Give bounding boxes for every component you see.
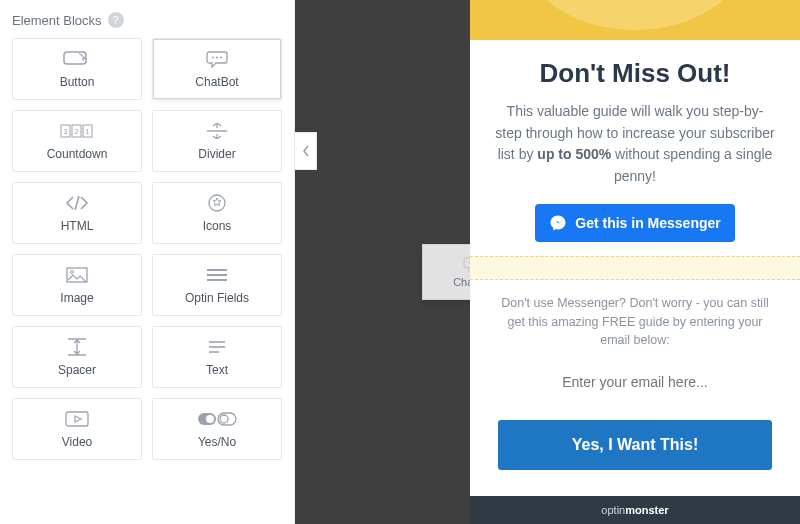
svg-point-13 — [71, 271, 74, 274]
block-label: Text — [206, 363, 228, 377]
svg-rect-22 — [66, 412, 88, 426]
block-html[interactable]: HTML — [12, 182, 142, 244]
svg-point-24 — [206, 415, 214, 423]
block-label: Icons — [203, 219, 232, 233]
email-input[interactable] — [498, 368, 772, 396]
block-divider[interactable]: Divider — [152, 110, 282, 172]
drop-zone-indicator[interactable] — [470, 256, 800, 280]
messenger-button[interactable]: Get this in Messenger — [535, 204, 734, 242]
brand-pre: optin — [601, 504, 625, 516]
spacer-icon — [67, 337, 87, 357]
sidebar-collapse-toggle[interactable] — [295, 132, 317, 170]
svg-text:2: 2 — [75, 128, 79, 135]
popup-desc-bold: up to 500% — [537, 146, 611, 162]
block-label: Image — [60, 291, 93, 305]
brand-bold: monster — [625, 504, 668, 516]
block-image[interactable]: Image — [12, 254, 142, 316]
button-icon — [63, 49, 91, 69]
submit-button[interactable]: Yes, I Want This! — [498, 420, 772, 470]
block-label: Video — [62, 435, 92, 449]
sidebar: Element Blocks ? Button ChatBot 321 Coun… — [0, 0, 295, 524]
video-icon — [65, 409, 89, 429]
popup-preview: Don't Miss Out! This valuable guide will… — [470, 0, 800, 524]
svg-point-3 — [220, 57, 222, 59]
divider-icon — [205, 121, 229, 141]
block-yes-no[interactable]: Yes/No — [152, 398, 282, 460]
popup-desc-post: without spending a single penny! — [611, 146, 772, 184]
block-label: Optin Fields — [185, 291, 249, 305]
star-icon — [208, 193, 226, 213]
popup-footer: optinmonster — [470, 496, 800, 524]
messenger-icon — [549, 214, 567, 232]
popup-subtext[interactable]: Don't use Messenger? Don't worry - you c… — [498, 294, 772, 350]
help-icon[interactable]: ? — [108, 12, 124, 28]
block-label: Button — [60, 75, 95, 89]
block-label: Spacer — [58, 363, 96, 377]
popup-optin-section: Don't use Messenger? Don't worry - you c… — [470, 280, 800, 470]
svg-point-1 — [212, 57, 214, 59]
code-icon — [64, 193, 90, 213]
block-chatbot[interactable]: ChatBot — [152, 38, 282, 100]
text-icon — [207, 337, 227, 357]
popup-body: Don't Miss Out! This valuable guide will… — [470, 40, 800, 242]
block-optin-fields[interactable]: Optin Fields — [152, 254, 282, 316]
popup-title[interactable]: Don't Miss Out! — [494, 58, 776, 89]
popup-description[interactable]: This valuable guide will walk you step-b… — [494, 101, 776, 188]
sidebar-header: Element Blocks ? — [12, 12, 282, 28]
block-countdown[interactable]: 321 Countdown — [12, 110, 142, 172]
block-spacer[interactable]: Spacer — [12, 326, 142, 388]
element-blocks-grid: Button ChatBot 321 Countdown Divider — [12, 38, 282, 460]
block-label: ChatBot — [195, 75, 238, 89]
svg-point-2 — [216, 57, 218, 59]
chevron-left-icon — [302, 145, 310, 157]
svg-text:1: 1 — [86, 128, 90, 135]
block-button[interactable]: Button — [12, 38, 142, 100]
messenger-button-label: Get this in Messenger — [575, 215, 720, 231]
form-icon — [206, 265, 228, 285]
block-label: Countdown — [47, 147, 108, 161]
footer-brand[interactable]: optinmonster — [601, 504, 668, 516]
popup-header-arc — [470, 0, 800, 40]
svg-rect-25 — [218, 413, 236, 425]
svg-point-26 — [220, 415, 228, 423]
block-label: HTML — [61, 219, 94, 233]
toggle-icon — [197, 409, 237, 429]
countdown-icon: 321 — [60, 121, 94, 141]
block-label: Yes/No — [198, 435, 236, 449]
block-text[interactable]: Text — [152, 326, 282, 388]
svg-text:3: 3 — [64, 128, 68, 135]
block-icons[interactable]: Icons — [152, 182, 282, 244]
chat-icon — [206, 49, 228, 69]
block-label: Divider — [198, 147, 235, 161]
block-video[interactable]: Video — [12, 398, 142, 460]
sidebar-title: Element Blocks — [12, 13, 102, 28]
image-icon — [66, 265, 88, 285]
canvas[interactable]: ChatBot Don't Miss Out! This valuable gu… — [295, 0, 800, 524]
